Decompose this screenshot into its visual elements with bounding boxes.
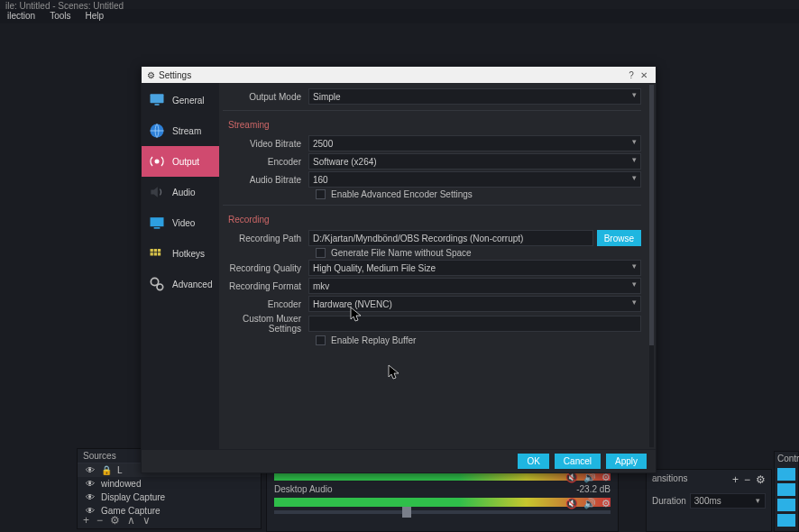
visibility-icon[interactable]: 👁 [85,479,96,489]
gears-icon [147,274,167,294]
replay-buffer-checkbox[interactable] [316,335,326,345]
remove-transition-button[interactable]: − [744,473,750,486]
source-down-button[interactable]: ∨ [142,514,151,527]
gear-icon[interactable]: ⚙ [756,473,766,486]
source-label: Display Capture [101,492,165,502]
recording-encoder-select[interactable]: Hardware (NVENC) [308,296,641,312]
menu-item[interactable]: ilection [0,11,42,22]
svg-rect-7 [154,249,157,252]
settings-dialog: ⚙ Settings ? ✕ General Stream [141,66,657,473]
display-icon [147,213,167,233]
browse-button[interactable]: Browse [597,230,641,246]
mixer-track-label: Desktop Audio [267,482,340,496]
recording-quality-label: Recording Quality [223,263,308,273]
add-source-button[interactable]: + [83,514,89,527]
menu-item[interactable]: Tools [42,11,78,22]
recording-path-input[interactable] [308,230,593,246]
recording-format-select[interactable]: mkv [308,278,641,294]
cancel-button[interactable]: Cancel [555,454,601,469]
remove-source-button[interactable]: − [96,514,103,527]
svg-rect-10 [154,252,157,255]
app-titlebar: ile: Untitled - Scenes: Untitled [0,0,799,9]
dialog-title: Settings [159,70,191,80]
duration-field[interactable]: 300ms [690,493,766,509]
scrollbar-thumb[interactable] [649,85,654,345]
source-row[interactable]: 👁 Display Capture [78,491,261,504]
mute-icon[interactable]: 🔇 [565,498,578,509]
stream-encoder-select[interactable]: Software (x264) [308,153,641,170]
svg-rect-0 [151,94,164,103]
audio-mixer-panel: 🔇 🔊 ⚙ Desktop Audio -23.2 dB 🔇 🔊 ⚙ [266,469,619,532]
visibility-icon[interactable]: 👁 [85,492,96,502]
recording-quality-select[interactable]: High Quality, Medium File Size [308,260,641,276]
separator [223,205,641,206]
output-mode-select[interactable]: Simple [308,88,641,105]
sidebar-item-label: Video [172,218,195,228]
generate-filename-checkbox[interactable] [316,248,326,258]
generate-filename-label: Generate File Name without Space [331,248,472,258]
svg-rect-8 [158,249,161,252]
keyboard-icon [147,243,167,263]
sources-title: Sources [83,451,116,461]
sidebar-item-stream[interactable]: Stream [142,115,219,146]
sidebar-item-label: Advanced [172,280,212,289]
source-row[interactable]: 👁 windowed [78,477,261,491]
volume-icon[interactable]: 🔊 [583,498,596,509]
close-button[interactable]: ✕ [638,70,650,80]
sidebar-item-label: Audio [172,188,196,197]
output-mode-label: Output Mode [223,92,308,102]
duration-label: Duration [652,496,686,506]
mixer-slider[interactable] [274,510,611,514]
apply-button[interactable]: Apply [606,454,647,469]
sidebar-item-hotkeys[interactable]: Hotkeys [142,238,219,269]
mixer-slider-knob[interactable] [402,507,411,518]
ok-button[interactable]: OK [518,454,548,469]
lock-icon[interactable]: 🔒 [101,465,112,475]
control-button[interactable] [777,483,795,496]
sidebar-item-video[interactable]: Video [142,207,219,238]
advanced-encoder-checkbox[interactable] [316,189,326,199]
video-bitrate-input[interactable] [308,135,641,151]
sidebar-item-audio[interactable]: Audio [142,177,219,207]
sidebar-item-advanced[interactable]: Advanced [142,269,219,299]
audio-bitrate-select[interactable]: 160 [308,171,641,188]
mixer-readout: -23.2 dB [569,482,618,496]
svg-point-3 [155,160,160,164]
add-transition-button[interactable]: + [732,473,739,486]
svg-rect-9 [151,252,153,255]
broadcast-icon [147,151,167,171]
duration-value: 300ms [694,496,721,506]
mixer-meter [274,498,611,507]
app-title: ile: Untitled - Scenes: Untitled [5,1,124,11]
recording-encoder-label: Encoder [223,299,308,309]
control-button[interactable] [777,514,795,527]
advanced-encoder-label: Enable Advanced Encoder Settings [331,189,473,199]
sidebar-item-label: Hotkeys [172,249,205,259]
streaming-group-title: Streaming [223,116,641,133]
dialog-titlebar[interactable]: ⚙ Settings ? ✕ [142,67,656,83]
source-label: windowed [101,479,141,489]
sidebar-item-label: Output [172,157,199,167]
settings-sidebar: General Stream Output Audio [142,83,219,449]
speaker-icon [147,182,167,202]
svg-rect-5 [154,227,161,229]
sidebar-item-output[interactable]: Output [142,146,219,177]
custom-muxer-input[interactable] [308,316,641,332]
dialog-footer: OK Cancel Apply [142,449,656,472]
source-settings-button[interactable]: ⚙ [110,514,120,527]
help-button[interactable]: ? [625,70,638,80]
visibility-icon[interactable]: 👁 [85,465,96,475]
menu-bar: ilection Tools Help [0,9,799,23]
control-button[interactable] [777,468,795,481]
content-scrollbar[interactable] [649,85,654,447]
sidebar-item-general[interactable]: General [142,85,219,115]
source-up-button[interactable]: ∧ [127,514,135,527]
separator [223,110,641,111]
menu-item[interactable]: Help [78,11,112,22]
control-button[interactable] [777,499,795,511]
sidebar-item-label: General [172,96,205,105]
settings-content: Output Mode Simple Streaming Video Bitra… [219,83,656,449]
svg-point-13 [157,284,163,290]
recording-format-label: Recording Format [223,281,308,291]
gear-icon[interactable]: ⚙ [602,498,611,509]
